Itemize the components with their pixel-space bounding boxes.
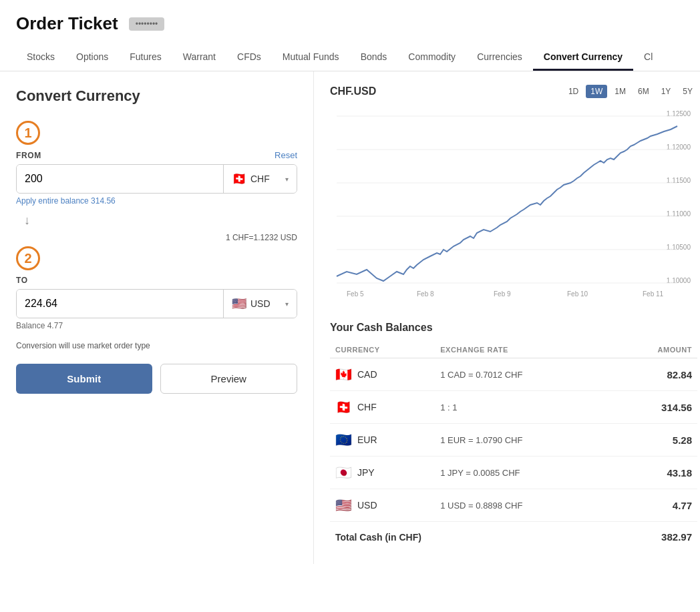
from-label: FROM — [16, 151, 41, 160]
to-form-group: TO 🇺🇸 USD ▾ Balance 4.77 — [16, 276, 297, 330]
exchange-rate-jpy: 1 JPY = 0.0085 CHF — [435, 456, 611, 489]
app-header: Order Ticket •••••••• StocksOptionsFutur… — [0, 0, 700, 71]
to-currency-chevron: ▾ — [285, 300, 289, 308]
exchange-rate-usd: 1 USD = 0.8898 CHF — [435, 489, 611, 522]
svg-text:Feb 10: Feb 10 — [567, 290, 588, 298]
nav-tab-futures[interactable]: Futures — [119, 45, 172, 71]
currency-cell-usd: 🇺🇸 USD — [330, 489, 435, 522]
usd-flag-to: 🇺🇸 — [232, 296, 246, 311]
amount-usd: 4.77 — [612, 489, 697, 522]
main-content: Convert Currency 1 FROM Reset 🇨🇭 CHF ▾ A… — [0, 71, 700, 564]
flag-eur: 🇪🇺 — [335, 432, 352, 448]
nav-tab-convert-currency[interactable]: Convert Currency — [533, 45, 633, 71]
currency-name-chf: CHF — [357, 402, 377, 412]
currency-cell-eur: 🇪🇺 EUR — [330, 424, 435, 456]
nav-tab-bonds[interactable]: Bonds — [350, 45, 398, 71]
svg-text:Feb 11: Feb 11 — [643, 290, 664, 298]
cash-balances-section: Your Cash Balances CURRENCY EXCHANGE RAT… — [330, 322, 697, 551]
preview-button[interactable]: Preview — [160, 364, 298, 394]
currency-name-jpy: JPY — [357, 467, 375, 478]
currency-name-usd: USD — [357, 500, 377, 511]
amount-cad: 82.84 — [612, 358, 697, 391]
to-amount-input[interactable] — [17, 290, 223, 318]
time-btn-1m[interactable]: 1M — [610, 85, 631, 98]
exchange-rate-eur: 1 EUR = 1.0790 CHF — [435, 424, 611, 456]
chart-title: CHF.USD — [330, 85, 376, 97]
from-currency-select[interactable]: 🇨🇭 CHF ▾ — [223, 165, 297, 193]
cash-balances-title: Your Cash Balances — [330, 322, 697, 334]
to-currency-select[interactable]: 🇺🇸 USD ▾ — [223, 290, 297, 318]
nav-tab-mutual-funds[interactable]: Mutual Funds — [272, 45, 350, 71]
flag-cad: 🇨🇦 — [335, 366, 352, 382]
total-row: Total Cash (in CHF) 382.97 — [330, 522, 697, 551]
nav-tab-cl[interactable]: Cl — [633, 45, 663, 71]
from-form-group: FROM Reset 🇨🇭 CHF ▾ Apply entire balance… — [16, 150, 297, 206]
from-amount-input[interactable] — [17, 165, 223, 193]
col-amount: AMOUNT — [612, 342, 697, 358]
step-1-indicator: 1 — [16, 121, 40, 145]
arrow-down-icon: ↓ — [24, 214, 30, 228]
conversion-note: Conversion will use market order type — [16, 341, 297, 350]
to-balance-text: Balance 4.77 — [16, 321, 297, 330]
currency-cell-cad: 🇨🇦 CAD — [330, 358, 435, 391]
col-currency: CURRENCY — [330, 342, 435, 358]
chart-header: CHF.USD 1D1W1M6M1Y5Y — [330, 85, 697, 98]
nav-tab-commodity[interactable]: Commodity — [397, 45, 466, 71]
nav-tab-warrant[interactable]: Warrant — [172, 45, 226, 71]
exchange-rate-cad: 1 CAD = 0.7012 CHF — [435, 358, 611, 391]
apply-balance-link[interactable]: Apply entire balance 314.56 — [16, 196, 297, 206]
to-label: TO — [16, 276, 28, 285]
chf-flag-from: 🇨🇭 — [232, 172, 246, 186]
page-title: Order Ticket — [16, 13, 118, 34]
currency-cell-jpy: 🇯🇵 JPY — [330, 456, 435, 489]
time-btn-5y[interactable]: 5Y — [678, 85, 697, 98]
svg-text:Feb 9: Feb 9 — [494, 290, 511, 298]
amount-eur: 5.28 — [612, 424, 697, 456]
currency-name-eur: EUR — [357, 434, 377, 445]
balance-row-jpy: 🇯🇵 JPY 1 JPY = 0.0085 CHF 43.18 — [330, 456, 697, 489]
nav-tabs: StocksOptionsFuturesWarrantCFDsMutual Fu… — [16, 45, 684, 71]
balance-row-usd: 🇺🇸 USD 1 USD = 0.8898 CHF 4.77 — [330, 489, 697, 522]
convert-currency-title: Convert Currency — [16, 87, 297, 105]
nav-tab-options[interactable]: Options — [65, 45, 119, 71]
step-2-indicator: 2 — [16, 246, 40, 270]
nav-tab-cfds[interactable]: CFDs — [226, 45, 272, 71]
time-btn-1d[interactable]: 1D — [564, 85, 583, 98]
amount-jpy: 43.18 — [612, 456, 697, 489]
currency-name-cad: CAD — [357, 369, 377, 380]
time-buttons: 1D1W1M6M1Y5Y — [564, 85, 697, 98]
amount-chf: 314.56 — [612, 391, 697, 424]
col-exchange: EXCHANGE RATE — [435, 342, 611, 358]
chart-container: 1.12500 1.12000 1.11500 1.11000 1.10500 … — [330, 106, 697, 308]
balance-row-chf: 🇨🇭 CHF 1 : 1 314.56 — [330, 391, 697, 424]
from-input-row: 🇨🇭 CHF ▾ — [16, 164, 297, 194]
svg-text:Feb 5: Feb 5 — [347, 290, 364, 298]
time-btn-1y[interactable]: 1Y — [657, 85, 676, 98]
balance-table: CURRENCY EXCHANGE RATE AMOUNT 🇨🇦 CAD 1 C… — [330, 342, 697, 551]
exchange-rate-chf: 1 : 1 — [435, 391, 611, 424]
to-currency-code: USD — [250, 298, 271, 309]
balance-row-eur: 🇪🇺 EUR 1 EUR = 1.0790 CHF 5.28 — [330, 424, 697, 456]
flag-usd: 🇺🇸 — [335, 497, 352, 513]
flag-chf: 🇨🇭 — [335, 399, 352, 415]
time-btn-6m[interactable]: 6M — [633, 85, 654, 98]
reset-button[interactable]: Reset — [275, 150, 297, 160]
action-buttons: Submit Preview — [16, 364, 297, 394]
flag-jpy: 🇯🇵 — [335, 465, 352, 481]
balance-row-cad: 🇨🇦 CAD 1 CAD = 0.7012 CHF 82.84 — [330, 358, 697, 391]
total-label: Total Cash (in CHF) — [330, 522, 612, 551]
from-currency-code: CHF — [250, 174, 270, 184]
exchange-rate-display: 1 CHF=1.1232 USD — [16, 233, 297, 242]
svg-text:Feb 8: Feb 8 — [417, 290, 434, 298]
nav-tab-stocks[interactable]: Stocks — [16, 45, 65, 71]
time-btn-1w[interactable]: 1W — [586, 85, 607, 98]
left-panel: Convert Currency 1 FROM Reset 🇨🇭 CHF ▾ A… — [0, 71, 314, 564]
nav-tab-currencies[interactable]: Currencies — [466, 45, 533, 71]
to-input-row: 🇺🇸 USD ▾ — [16, 289, 297, 318]
from-currency-chevron: ▾ — [285, 176, 289, 183]
submit-button[interactable]: Submit — [16, 364, 152, 394]
total-amount: 382.97 — [612, 522, 697, 551]
currency-cell-chf: 🇨🇭 CHF — [330, 391, 435, 424]
price-chart: 1.12500 1.12000 1.11500 1.11000 1.10500 … — [330, 106, 697, 306]
right-panel: CHF.USD 1D1W1M6M1Y5Y 1.12500 1.12000 1.1… — [314, 71, 700, 564]
